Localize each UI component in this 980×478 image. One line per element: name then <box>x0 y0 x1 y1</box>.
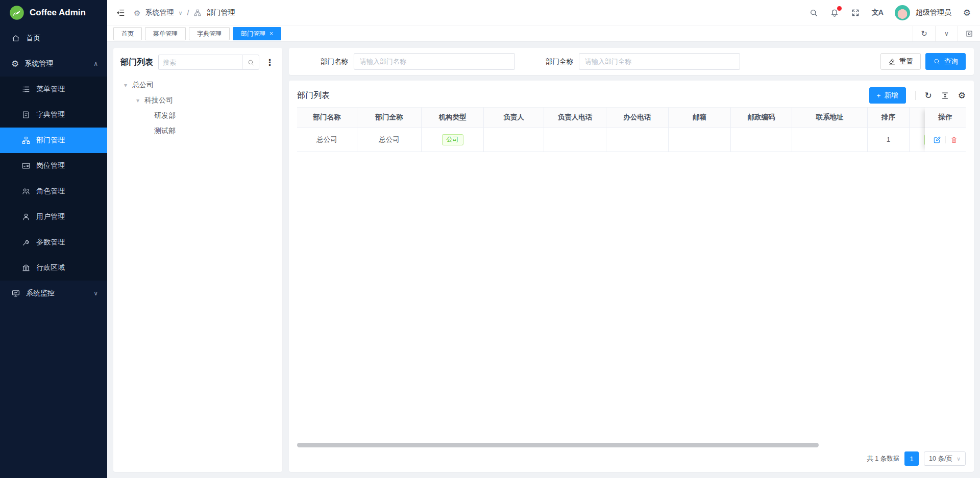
sidebar-item-dept-mgmt[interactable]: 部门管理 <box>0 128 107 153</box>
tree-node-label: 研发部 <box>154 111 176 120</box>
cell-email <box>669 128 731 152</box>
caret-down-icon[interactable]: ▾ <box>135 97 141 104</box>
app-logo: Coffee Admin <box>0 0 107 26</box>
table-toolbar: + 新增 ↻ ⚙ <box>869 87 966 104</box>
sidebar-item-system-mgmt[interactable]: ⚙ 系统管理 ∧ <box>0 51 107 77</box>
breadcrumb-separator: / <box>187 9 189 17</box>
page-1-button[interactable]: 1 <box>904 451 919 466</box>
delete-trash-icon[interactable] <box>950 136 958 144</box>
table-header-row: 部门名称 部门全称 机构类型 负责人 负责人电话 办公电话 邮箱 邮政编码 联系… <box>297 107 909 128</box>
maximize-view-button[interactable] <box>958 26 980 41</box>
sidebar-item-label: 菜单管理 <box>36 85 65 94</box>
tab-dropdown-button[interactable]: ∨ <box>935 26 958 41</box>
add-button[interactable]: + 新增 <box>869 87 906 104</box>
org-chart-icon <box>193 9 202 17</box>
sidebar-menu: 首页 ⚙ 系统管理 ∧ 菜单管理 字典管理 部门管理 <box>0 26 107 478</box>
tree-node-test-dept[interactable]: 测试部 <box>120 123 275 139</box>
sidebar-item-user-mgmt[interactable]: 用户管理 <box>0 204 107 230</box>
sidebar-item-label: 首页 <box>26 34 40 43</box>
eraser-icon <box>888 58 896 65</box>
sidebar-item-menu-mgmt[interactable]: 菜单管理 <box>0 77 107 102</box>
tab-label: 菜单管理 <box>153 30 178 38</box>
tab-dept-mgmt[interactable]: 部门管理 × <box>233 27 281 40</box>
cell-postcode <box>731 128 792 152</box>
pagination: 共 1 条数据 1 10 条/页 ∨ <box>297 451 966 466</box>
refresh-icon[interactable]: ↻ <box>925 91 932 100</box>
tree-search-group <box>158 55 259 70</box>
caret-down-icon[interactable]: ▾ <box>122 82 129 89</box>
toolbar-divider <box>915 91 916 100</box>
horizontal-scrollbar-thumb[interactable] <box>297 443 819 447</box>
tree-node-tech-company[interactable]: ▾ 科技公司 <box>120 93 275 108</box>
tree-node-head-office[interactable]: ▾ 总公司 <box>120 78 275 93</box>
tree-search-button[interactable] <box>242 55 259 70</box>
sidebar-item-param-mgmt[interactable]: 参数管理 <box>0 230 107 255</box>
sidebar-item-dict-mgmt[interactable]: 字典管理 <box>0 102 107 128</box>
row-height-icon[interactable] <box>941 91 949 100</box>
home-icon <box>11 34 20 43</box>
translate-icon[interactable]: 文A <box>872 8 883 17</box>
table-title: 部门列表 <box>297 90 330 101</box>
avatar[interactable] <box>895 5 910 20</box>
col-header-actions: 操作 <box>925 107 966 128</box>
page-size-select[interactable]: 10 条/页 ∨ <box>924 451 966 466</box>
kebab-menu-icon[interactable]: ⋮ <box>264 58 275 67</box>
chevron-down-icon: ∨ <box>944 30 949 37</box>
edit-icon[interactable] <box>933 136 941 144</box>
breadcrumb-system-mgmt[interactable]: 系统管理 <box>145 8 174 17</box>
sidebar-item-post-mgmt[interactable]: 岗位管理 <box>0 153 107 179</box>
search-icon <box>933 58 941 65</box>
column-settings-gear-icon[interactable]: ⚙ <box>958 91 966 100</box>
roles-icon <box>21 187 31 196</box>
sidebar-item-label: 行政区域 <box>36 263 65 272</box>
tab-home[interactable]: 首页 <box>113 27 142 40</box>
cell-dept-name: 总公司 <box>297 128 357 152</box>
notification-badge <box>837 6 842 11</box>
table-empty-space <box>297 152 966 440</box>
tree-search-input[interactable] <box>158 55 242 70</box>
sidebar-item-label: 参数管理 <box>36 238 65 247</box>
collapse-sidebar-icon[interactable] <box>115 8 126 18</box>
query-button[interactable]: 查询 <box>925 53 966 70</box>
refresh-tab-button[interactable]: ↻ <box>913 26 935 41</box>
tab-dict-mgmt[interactable]: 字典管理 <box>189 27 230 40</box>
dept-tree: ▾ 总公司 ▾ 科技公司 研发部 测试部 <box>120 78 275 139</box>
dept-fullname-label: 部门全称 <box>546 57 573 66</box>
sidebar-item-system-monitor[interactable]: 系统监控 ∨ <box>0 281 107 306</box>
horizontal-scrollbar <box>297 443 966 447</box>
id-card-icon <box>21 161 31 170</box>
refresh-icon: ↻ <box>921 29 927 38</box>
list-icon <box>21 85 31 94</box>
tab-menu-mgmt[interactable]: 菜单管理 <box>145 27 186 40</box>
tree-node-rd-dept[interactable]: 研发部 <box>120 108 275 123</box>
col-header: 邮箱 <box>669 107 731 128</box>
close-icon[interactable]: × <box>270 30 273 37</box>
reset-button[interactable]: 重置 <box>880 53 921 70</box>
dept-fullname-input[interactable] <box>579 53 740 70</box>
sidebar-item-role-mgmt[interactable]: 角色管理 <box>0 179 107 204</box>
search-icon[interactable] <box>809 8 818 17</box>
dept-name-input[interactable] <box>354 53 515 70</box>
search-icon <box>247 59 255 66</box>
sidebar-item-label: 部门管理 <box>36 136 65 145</box>
settings-gear-icon[interactable]: ⚙ <box>963 9 971 17</box>
col-header: 联系地址 <box>792 107 868 128</box>
sidebar-item-home[interactable]: 首页 <box>0 26 107 51</box>
tree-node-label: 测试部 <box>154 127 176 136</box>
plus-icon: + <box>877 92 881 99</box>
notifications-button[interactable] <box>830 8 839 17</box>
fullscreen-icon[interactable] <box>851 8 860 17</box>
col-header: 负责人 <box>484 107 544 128</box>
username[interactable]: 超级管理员 <box>916 8 951 17</box>
filter-buttons: 重置 查询 <box>880 53 966 70</box>
col-header: 机构类型 <box>422 107 484 128</box>
sidebar-item-admin-region[interactable]: 行政区域 <box>0 255 107 281</box>
cell-org-type: 公司 <box>422 128 484 152</box>
wrench-icon <box>21 238 31 247</box>
tree-node-label: 科技公司 <box>144 96 173 105</box>
col-header: 部门全称 <box>357 107 422 128</box>
sidebar-item-label: 字典管理 <box>36 110 65 119</box>
filter-bar: 部门名称 部门全称 重置 查询 <box>289 48 974 75</box>
add-button-label: 新增 <box>885 91 898 100</box>
table-row: 总公司 总公司 公司 1 <box>297 128 909 152</box>
